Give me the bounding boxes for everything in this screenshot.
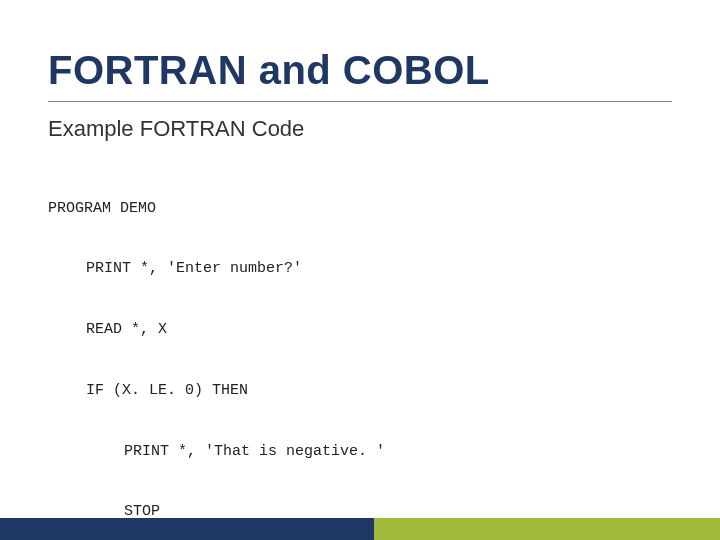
slide-title: FORTRAN and COBOL (48, 48, 672, 93)
code-line: PRINT *, 'Enter number?' (48, 259, 672, 279)
code-line: IF (X. LE. 0) THEN (48, 381, 672, 401)
footer-bar (0, 518, 720, 540)
code-block: PROGRAM DEMO PRINT *, 'Enter number?' RE… (48, 158, 672, 540)
code-line: PROGRAM DEMO (48, 199, 672, 219)
title-divider (48, 101, 672, 102)
slide-content: FORTRAN and COBOL Example FORTRAN Code P… (0, 0, 720, 540)
slide-subtitle: Example FORTRAN Code (48, 116, 672, 142)
footer-bar-left (0, 518, 374, 540)
code-line: READ *, X (48, 320, 672, 340)
code-line: PRINT *, 'That is negative. ' (48, 442, 672, 462)
footer-bar-right (374, 518, 720, 540)
